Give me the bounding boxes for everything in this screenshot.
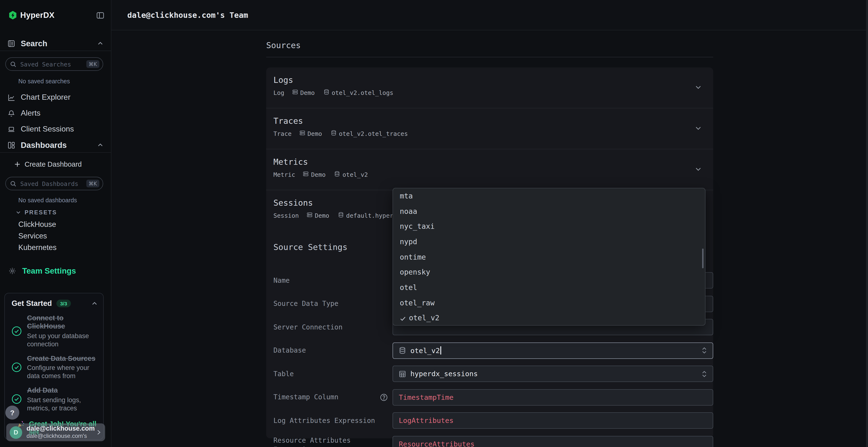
source-connection: Demo xyxy=(306,212,329,219)
get-started-header[interactable]: Get Started 3/3 xyxy=(11,299,97,308)
source-section-metrics[interactable]: MetricsMetricDemootel_v2 xyxy=(266,149,713,190)
option-label: nyc_taxi xyxy=(400,222,435,231)
sidebar-item-team-settings[interactable]: Team Settings xyxy=(9,266,76,276)
field-label: Resource Attributes Expression xyxy=(273,436,387,447)
table-name: otel_v2.otel_traces xyxy=(339,130,408,137)
sidebar-section-search[interactable]: Search xyxy=(0,38,111,48)
saved-dashboards-placeholder: Saved Dashboards xyxy=(20,180,79,187)
option-label: mta xyxy=(400,192,413,200)
sidebar-item-alerts[interactable]: Alerts xyxy=(0,108,111,118)
main-area: dale@clickhouse.com's Team Sources LogsL… xyxy=(111,0,868,447)
source-type: Metric xyxy=(273,171,295,178)
timestamp-column-input[interactable]: TimestampTime xyxy=(393,389,713,405)
field-value: TimestampTime xyxy=(399,393,454,401)
preset-services[interactable]: Services xyxy=(18,232,106,239)
progress-badge: 3/3 xyxy=(56,300,71,307)
field-value: hyperdx_sessions xyxy=(410,370,478,378)
search-icon xyxy=(10,180,17,187)
dropdown-scrollbar[interactable] xyxy=(702,248,704,268)
get-started-panel: Get Started 3/3 Connect to ClickHouseSet… xyxy=(4,293,104,440)
saved-searches-placeholder: Saved Searches xyxy=(20,61,71,68)
chevron-right-icon xyxy=(96,429,101,435)
log-attributes-expression-input[interactable]: LogAttributes xyxy=(393,412,713,429)
task-connect-to-clickhouse[interactable]: Connect to ClickHouseSet up your databas… xyxy=(11,314,97,348)
table-select[interactable]: hyperdx_sessions xyxy=(393,366,713,382)
source-table: otel_v2.otel_logs xyxy=(323,89,393,96)
option-label: otel_v2 xyxy=(409,314,439,322)
database-icon xyxy=(399,347,406,354)
topbar: dale@clickhouse.com's Team xyxy=(111,0,868,30)
user-menu[interactable]: D dale@clickhouse.com dale@clickhouse.co… xyxy=(6,423,105,441)
source-meta: TraceDemootel_v2.otel_traces xyxy=(273,130,706,137)
sidebar-section-dashboards[interactable]: Dashboards xyxy=(0,140,111,150)
field-label-cell: Server Connection xyxy=(266,319,393,335)
option-otel-v2[interactable]: otel_v2 xyxy=(393,310,705,325)
field-label: Server Connection xyxy=(273,322,343,332)
chevron-up-icon xyxy=(92,301,97,306)
user-name: dale@clickhouse.com xyxy=(27,425,95,433)
field-value: ResourceAttributes xyxy=(399,440,474,447)
help-button[interactable]: ? xyxy=(5,406,19,419)
page-scrollbar-track[interactable] xyxy=(866,0,868,447)
option-mta[interactable]: mta xyxy=(393,188,705,204)
option-label: otel_raw xyxy=(400,299,435,307)
search-icon xyxy=(10,61,17,67)
sidebar-item-chart-explorer[interactable]: Chart Explorer xyxy=(0,93,111,102)
presets-toggle[interactable]: PRESETS xyxy=(16,209,57,215)
chevron-up-icon xyxy=(97,142,103,148)
task-create-data-sources[interactable]: Create Data SourcesConfigure where your … xyxy=(11,354,97,380)
server-icon xyxy=(303,171,311,178)
task-text: Create Data SourcesConfigure where your … xyxy=(27,354,97,380)
option-nyc-taxi[interactable]: nyc_taxi xyxy=(393,219,705,234)
search-section-icon xyxy=(8,40,15,47)
task-title: Add Data xyxy=(27,386,97,395)
no-saved-dashboards-text: No saved dashboards xyxy=(18,197,77,204)
chevron-down-icon[interactable] xyxy=(695,166,702,172)
source-section-logs[interactable]: LogsLogDemootel_v2.otel_logs xyxy=(266,67,713,108)
option-otel-raw[interactable]: otel_raw xyxy=(393,295,705,310)
field-label-cell: Database xyxy=(266,342,393,358)
app-root: HyperDX Search Saved Searches ⌘K No save… xyxy=(0,0,868,447)
preset-kubernetes[interactable]: Kubernetes xyxy=(18,243,106,251)
source-connection: Demo xyxy=(292,89,315,96)
source-connection: Demo xyxy=(303,171,326,178)
get-started-title: Get Started xyxy=(11,299,52,308)
sidebar-item-client-sessions[interactable]: Client Sessions xyxy=(0,124,111,134)
check-circle-icon xyxy=(11,394,22,404)
form-row-resource-attributes-expression: Resource Attributes ExpressionResourceAt… xyxy=(266,436,713,447)
option-noaa[interactable]: noaa xyxy=(393,204,705,219)
source-section-traces[interactable]: TracesTraceDemootel_v2.otel_traces xyxy=(266,108,713,149)
task-desc: Configure where your data comes from xyxy=(27,364,97,380)
option-nypd[interactable]: nypd xyxy=(393,234,705,249)
field-label: Timestamp Column xyxy=(273,392,339,402)
page-title: dale@clickhouse.com's Team xyxy=(127,10,248,20)
resource-attributes-expression-input[interactable]: ResourceAttributes xyxy=(393,436,713,447)
field-label: Log Attributes Expression xyxy=(273,416,375,425)
option-opensky[interactable]: opensky xyxy=(393,265,705,280)
saved-searches-input[interactable]: Saved Searches ⌘K xyxy=(5,57,103,71)
chevron-down-icon[interactable] xyxy=(695,84,702,91)
source-type: Log xyxy=(273,89,284,96)
no-saved-searches-text: No saved searches xyxy=(18,78,70,85)
saved-dashboards-input[interactable]: Saved Dashboards ⌘K xyxy=(5,177,103,190)
chevron-down-icon[interactable] xyxy=(695,125,702,132)
database-icon xyxy=(323,89,332,96)
database-select[interactable]: otel_v2 xyxy=(393,342,713,358)
server-icon xyxy=(292,89,300,96)
create-dashboard-button[interactable]: Create Dashboard xyxy=(14,160,82,169)
laptop-icon xyxy=(8,126,15,133)
database-icon xyxy=(334,171,343,178)
option-otel[interactable]: otel xyxy=(393,280,705,295)
check-circle-icon xyxy=(11,326,22,336)
help-icon[interactable] xyxy=(380,393,388,401)
task-add-data[interactable]: Add DataStart sending logs, metrics, or … xyxy=(11,386,97,412)
collapse-sidebar-icon[interactable] xyxy=(96,11,104,19)
task-title: Create Data Sources xyxy=(27,354,97,363)
source-table: otel_v2.otel_traces xyxy=(331,130,408,137)
option-ontime[interactable]: ontime xyxy=(393,249,705,265)
brand-name: HyperDX xyxy=(20,10,55,20)
database-icon xyxy=(331,130,339,137)
logo-row: HyperDX xyxy=(9,10,104,20)
preset-clickhouse[interactable]: ClickHouse xyxy=(18,220,106,228)
source-connection: Demo xyxy=(299,130,322,137)
